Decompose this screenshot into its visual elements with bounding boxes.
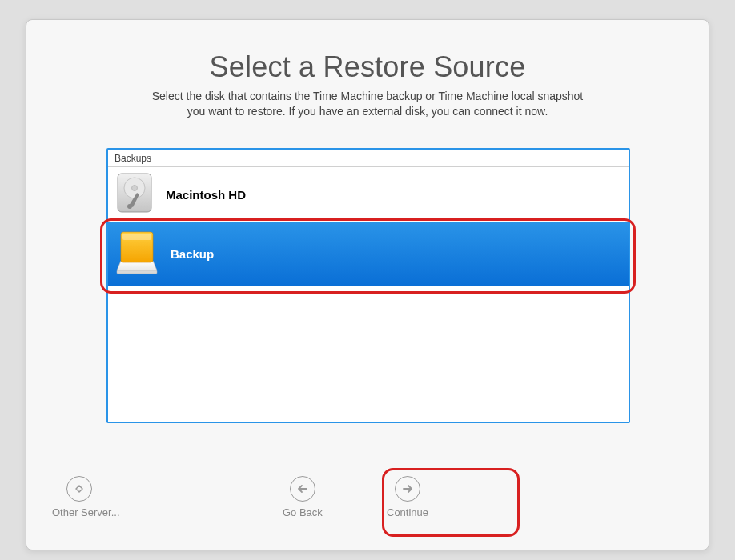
arrow-left-icon [290,476,315,502]
list-header-backups: Backups [108,150,629,167]
list-item[interactable]: Macintosh HD [108,167,629,222]
page-title: Select a Restore Source [26,50,709,84]
svg-point-3 [127,204,132,209]
arrow-right-icon [395,476,420,502]
header: Select a Restore Source Select the disk … [26,20,709,119]
button-label: Other Server... [52,506,120,518]
svg-point-2 [132,186,138,191]
svg-rect-7 [122,234,151,240]
button-bar: Other Server... Go Back Continue [26,476,709,538]
list-item[interactable]: Backup [108,222,629,286]
disk-label: Macintosh HD [166,188,246,202]
backups-list[interactable]: Backups Macintosh HD [106,148,630,423]
svg-rect-5 [117,270,157,274]
restore-source-window: Select a Restore Source Select the disk … [26,19,709,550]
go-back-button[interactable]: Go Back [283,476,323,518]
other-server-button[interactable]: Other Server... [52,476,120,518]
internal-disk-icon [113,172,156,217]
disk-label: Backup [171,247,214,261]
button-label: Continue [387,506,428,518]
button-label: Go Back [283,506,323,518]
network-icon [66,476,92,502]
page-subtitle: Select the disk that contains the Time M… [26,89,709,119]
external-disk-icon [113,227,161,280]
continue-button[interactable]: Continue [387,476,428,518]
